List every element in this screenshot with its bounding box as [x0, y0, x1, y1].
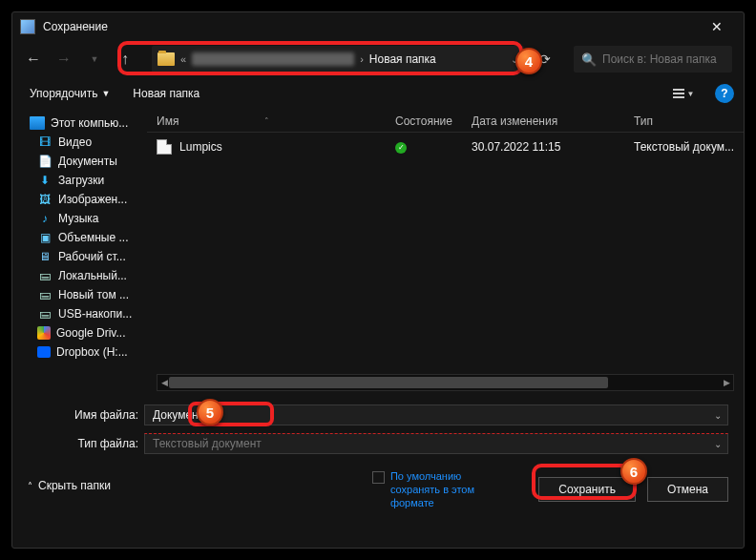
- sidebar-item-label: Видео: [58, 135, 92, 149]
- filetype-label: Тип файла:: [60, 437, 138, 450]
- sidebar-item-usb[interactable]: 🖴USB-накопи...: [12, 304, 147, 323]
- file-name: Lumpics: [179, 140, 222, 154]
- sidebar-item-label: Этот компью...: [51, 116, 128, 130]
- desktop-icon: 🖥: [37, 250, 52, 263]
- drive-icon: 🖴: [37, 288, 52, 301]
- annotation-callout-6: 6: [620, 458, 647, 485]
- sidebar-item-google-drive[interactable]: Google Driv...: [12, 323, 147, 342]
- documents-icon: 📄: [37, 155, 52, 168]
- google-drive-icon: [37, 326, 51, 340]
- sidebar-item-label: Рабочий ст...: [58, 250, 126, 263]
- sidebar-item-images[interactable]: 🖼Изображен...: [12, 190, 147, 209]
- hide-folders-label: Скрыть папки: [38, 479, 111, 492]
- images-icon: 🖼: [37, 193, 52, 206]
- back-button[interactable]: ←: [20, 46, 47, 73]
- window-title: Сохранение: [43, 20, 698, 33]
- filetype-value: Текстовый документ: [153, 437, 262, 450]
- sidebar-item-video[interactable]: 🎞Видео: [12, 133, 147, 152]
- sidebar-item-label: Локальный...: [58, 269, 127, 282]
- video-icon: 🎞: [37, 135, 52, 149]
- sidebar-item-3d[interactable]: ▣Объемные ...: [12, 228, 147, 247]
- filename-input[interactable]: Документ ⌄: [144, 404, 728, 425]
- sidebar-item-label: Изображен...: [58, 193, 127, 206]
- new-folder-button[interactable]: Новая папка: [125, 83, 207, 104]
- cube-icon: ▣: [37, 231, 52, 244]
- sidebar-item-label: Загрузки: [58, 174, 104, 187]
- breadcrumb-current[interactable]: Новая папка: [369, 52, 436, 66]
- checkbox-icon[interactable]: [372, 471, 385, 484]
- sidebar-item-label: Новый том ...: [58, 288, 129, 301]
- search-box[interactable]: 🔍: [574, 46, 732, 73]
- column-headers: Имя˄ Состояние Дата изменения Тип: [147, 110, 744, 133]
- sidebar-item-desktop[interactable]: 🖥Рабочий ст...: [12, 247, 147, 266]
- chevron-down-icon: ▼: [101, 89, 110, 98]
- list-view-icon: [673, 89, 684, 98]
- file-list-area: Имя˄ Состояние Дата изменения Тип Lumpic…: [147, 110, 744, 391]
- help-button[interactable]: ?: [715, 84, 734, 103]
- default-format-checkbox[interactable]: По умолчанию сохранять в этом формате: [372, 469, 495, 509]
- sidebar-item-new-volume[interactable]: 🖴Новый том ...: [12, 285, 147, 304]
- sidebar-item-label: Dropbox (H:...: [56, 345, 128, 359]
- hide-folders-button[interactable]: ˄ Скрыть папки: [28, 479, 111, 492]
- folder-icon: [158, 52, 175, 66]
- sidebar-item-label: USB-накопи...: [58, 307, 132, 321]
- search-input[interactable]: [602, 52, 724, 66]
- default-format-label: По умолчанию сохранять в этом формате: [390, 469, 495, 509]
- column-name[interactable]: Имя˄: [157, 114, 395, 128]
- file-type: Текстовый докум...: [634, 140, 734, 154]
- scroll-right-icon[interactable]: ▶: [720, 375, 733, 390]
- sidebar-item-label: Google Driv...: [56, 326, 125, 340]
- breadcrumb-chevron-icon: ›: [360, 53, 364, 65]
- caret-up-icon: ˄: [28, 481, 32, 491]
- forward-button[interactable]: →: [51, 46, 77, 73]
- drive-icon: 🖴: [37, 269, 52, 282]
- view-mode-button[interactable]: ▼: [669, 82, 698, 105]
- up-button[interactable]: ↑: [112, 46, 138, 73]
- sidebar-item-label: Документы: [58, 155, 117, 168]
- file-date: 30.07.2022 11:15: [472, 140, 634, 154]
- close-button[interactable]: ✕: [698, 12, 736, 41]
- breadcrumb-blurred: [192, 52, 354, 66]
- sort-indicator-icon: ˄: [264, 116, 269, 126]
- filetype-select[interactable]: Текстовый документ ⌄: [144, 433, 728, 454]
- file-state: ✓: [395, 140, 472, 154]
- chevron-down-icon: ▼: [687, 90, 695, 98]
- cancel-button[interactable]: Отмена: [647, 477, 728, 502]
- dropbox-icon: [37, 346, 51, 358]
- usb-icon: 🖴: [37, 307, 52, 321]
- save-button[interactable]: Сохранить: [538, 477, 636, 502]
- file-rows[interactable]: Lumpics ✓ 30.07.2022 11:15 Текстовый док…: [147, 133, 744, 374]
- horizontal-scrollbar[interactable]: ◀ ▶: [157, 374, 734, 391]
- sidebar-item-label: Объемные ...: [58, 231, 129, 244]
- column-date[interactable]: Дата изменения: [472, 114, 634, 128]
- sidebar-item-local-disk[interactable]: 🖴Локальный...: [12, 266, 147, 285]
- sidebar-item-this-pc[interactable]: Этот компью...: [12, 114, 147, 133]
- recent-dropdown[interactable]: ▼: [81, 46, 108, 73]
- breadcrumb-chevron-icon: «: [180, 53, 186, 65]
- text-file-icon: [157, 139, 172, 155]
- column-state[interactable]: Состояние: [395, 114, 472, 128]
- column-type[interactable]: Тип: [634, 114, 734, 128]
- search-icon: 🔍: [581, 52, 597, 67]
- organize-button[interactable]: Упорядочить ▼: [22, 83, 117, 104]
- form-area: Имя файла: Документ ⌄ Тип файла: Текстов…: [12, 391, 744, 458]
- synced-icon: ✓: [395, 142, 407, 154]
- sidebar-item-music[interactable]: ♪Музыка: [12, 209, 147, 228]
- sidebar: Этот компью... 🎞Видео 📄Документы ⬇Загруз…: [12, 110, 147, 391]
- file-row[interactable]: Lumpics ✓ 30.07.2022 11:15 Текстовый док…: [157, 135, 734, 159]
- chevron-down-icon[interactable]: ⌄: [714, 439, 722, 449]
- address-bar[interactable]: « › Новая папка ⌄: [152, 46, 524, 73]
- scrollbar-thumb[interactable]: [169, 377, 608, 388]
- titlebar: Сохранение ✕: [12, 12, 744, 41]
- sidebar-item-documents[interactable]: 📄Документы: [12, 152, 147, 171]
- sidebar-item-label: Музыка: [58, 212, 98, 225]
- toolbar: Упорядочить ▼ Новая папка ▼ ?: [12, 77, 744, 110]
- sidebar-item-downloads[interactable]: ⬇Загрузки: [12, 171, 147, 190]
- navigation-bar: ← → ▼ ↑ « › Новая папка ⌄ ⟳ 🔍: [12, 41, 744, 77]
- music-icon: ♪: [37, 212, 52, 225]
- pc-icon: [30, 116, 45, 130]
- app-icon: [20, 19, 35, 34]
- sidebar-item-dropbox[interactable]: Dropbox (H:...: [12, 342, 147, 362]
- annotation-callout-4: 4: [515, 48, 542, 74]
- chevron-down-icon[interactable]: ⌄: [714, 410, 722, 421]
